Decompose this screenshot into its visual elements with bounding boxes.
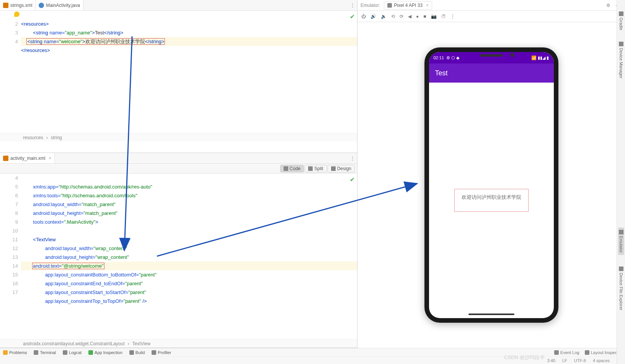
logcat-icon bbox=[63, 350, 67, 355]
breadcrumb-item[interactable]: TextView bbox=[132, 341, 151, 346]
cursor-position[interactable]: 3:40 bbox=[547, 358, 555, 363]
intention-bulb-icon[interactable] bbox=[14, 11, 20, 17]
emulator-label: Emulator: bbox=[361, 3, 380, 8]
emulator-icon bbox=[619, 230, 623, 234]
textview-highlight: 欢迎访问泸州职业技术学院 bbox=[454, 189, 529, 212]
breadcrumb-item[interactable]: string bbox=[51, 135, 62, 140]
tool-build[interactable]: Build bbox=[129, 350, 145, 355]
code-editor-top[interactable]: <resources> <string name="app_name">Test… bbox=[21, 11, 357, 133]
file-encoding[interactable]: UTF-8 bbox=[574, 358, 586, 363]
breadcrumb-item[interactable]: resources bbox=[23, 135, 43, 140]
emulator-frame: 02:11 ⚙ ⬡ ◆ 📶 ▮▮◢ ▮ Test 欢迎访问泸州职业技术学院 bbox=[424, 47, 558, 323]
more-icon[interactable]: ⋮ bbox=[450, 14, 455, 19]
tab-label: strings.xml bbox=[10, 3, 32, 8]
sidebar-gradle[interactable]: Gradle bbox=[619, 11, 623, 30]
overview-icon[interactable]: ■ bbox=[423, 14, 426, 19]
sidebar-device-manager[interactable]: Device Manager bbox=[619, 42, 623, 78]
screenshot-icon[interactable]: 📷 bbox=[431, 14, 437, 19]
build-icon bbox=[129, 350, 134, 355]
code-editor-bottom[interactable]: xmlns:app="http://schemas.android.com/ap… bbox=[21, 174, 357, 339]
line-gutter: 4567891011121314151617 bbox=[0, 174, 21, 339]
java-file-icon bbox=[39, 3, 44, 8]
tab-strings-xml[interactable]: strings.xml bbox=[0, 0, 36, 10]
snapshot-icon[interactable]: ⏱ bbox=[441, 14, 446, 19]
tool-problems[interactable]: Problems bbox=[3, 350, 27, 355]
home-indicator bbox=[468, 314, 514, 315]
gradle-icon bbox=[619, 11, 623, 16]
profiler-icon bbox=[152, 350, 156, 355]
sidebar-emulator[interactable]: Emulator bbox=[618, 227, 624, 255]
view-mode-code[interactable]: Code bbox=[280, 165, 304, 172]
layout-file-icon bbox=[3, 156, 8, 161]
view-mode-split[interactable]: Split bbox=[305, 165, 326, 172]
tool-profiler[interactable]: Profiler bbox=[152, 350, 171, 355]
emulator-device-tab[interactable]: Pixel 4 API 33× bbox=[384, 1, 432, 10]
code-icon bbox=[284, 166, 288, 171]
tab-activity-main-xml[interactable]: activity_main.xml× bbox=[0, 153, 55, 163]
problems-icon bbox=[3, 350, 8, 355]
device-manager-icon bbox=[619, 42, 623, 46]
tool-terminal[interactable]: Terminal bbox=[34, 350, 56, 355]
rotate-left-icon[interactable]: ⟲ bbox=[391, 14, 395, 19]
tool-event-log[interactable]: Event Log bbox=[554, 350, 579, 355]
split-icon bbox=[308, 166, 313, 171]
xml-file-icon bbox=[3, 3, 8, 8]
tabs-menu-icon[interactable]: ⋮ bbox=[350, 156, 355, 161]
emulator-screen[interactable]: 02:11 ⚙ ⬡ ◆ 📶 ▮▮◢ ▮ Test 欢迎访问泸州职业技术学院 bbox=[429, 52, 554, 318]
phone-speaker bbox=[480, 54, 503, 57]
design-icon bbox=[331, 166, 336, 171]
line-gutter: 1234 bbox=[0, 11, 21, 133]
sidebar-device-file-explorer[interactable]: Device File Explorer bbox=[619, 266, 623, 310]
phone-camera bbox=[511, 53, 514, 57]
tool-app-inspection[interactable]: App Inspection bbox=[88, 350, 122, 355]
android-status-bar: 02:11 ⚙ ⬡ ◆ 📶 ▮▮◢ ▮ bbox=[429, 52, 554, 63]
home-icon[interactable]: ● bbox=[416, 14, 419, 19]
emulator-toolbar: ⏻ 🔊 🔉 ⟲ ⟳ ◀ ● ■ 📷 ⏱ ⋮ bbox=[357, 11, 625, 22]
power-icon[interactable]: ⏻ bbox=[361, 14, 366, 19]
view-mode-design[interactable]: Design bbox=[328, 165, 355, 172]
tool-logcat[interactable]: Logcat bbox=[63, 350, 82, 355]
app-inspection-icon bbox=[88, 350, 93, 355]
layout-inspector-icon bbox=[585, 350, 589, 355]
event-log-icon bbox=[554, 350, 559, 355]
volume-up-icon[interactable]: 🔊 bbox=[370, 14, 376, 19]
back-icon[interactable]: ◀ bbox=[408, 14, 411, 19]
tab-label: MainActivity.java bbox=[46, 3, 80, 8]
terminal-icon bbox=[34, 350, 38, 355]
tab-main-activity[interactable]: MainActivity.java bbox=[36, 0, 83, 10]
close-icon[interactable]: × bbox=[426, 3, 429, 8]
rotate-right-icon[interactable]: ⟳ bbox=[400, 14, 403, 19]
indent-setting[interactable]: 4 spaces bbox=[593, 358, 610, 363]
line-separator[interactable]: LF bbox=[562, 358, 567, 363]
app-bar: Test bbox=[429, 63, 554, 83]
watermark: CSDN @沙玛拉卡 bbox=[504, 354, 545, 361]
breadcrumb-item[interactable]: androidx.constraintlayout.widget.Constra… bbox=[23, 341, 125, 346]
volume-down-icon[interactable]: 🔉 bbox=[381, 14, 387, 19]
gear-icon[interactable]: ⚙ bbox=[606, 3, 610, 8]
tab-label: activity_main.xml bbox=[10, 156, 45, 161]
file-explorer-icon bbox=[619, 266, 623, 271]
phone-icon bbox=[387, 3, 392, 8]
close-icon[interactable]: × bbox=[49, 156, 51, 161]
tabs-menu-icon[interactable]: ⋮ bbox=[350, 3, 355, 8]
